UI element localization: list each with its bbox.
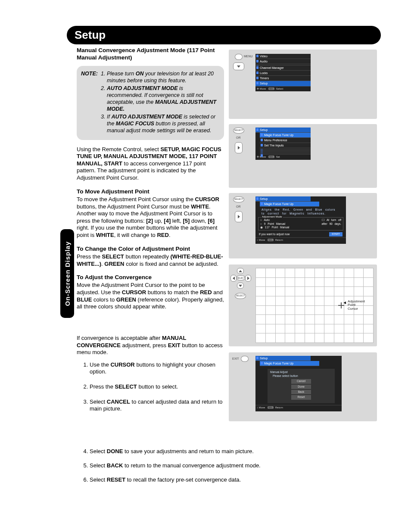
remote-up-button [237, 268, 244, 274]
subheading-move: To Move Adjustment Point [77, 188, 224, 195]
osd-mode-box: Adjustment Mode ○ Auto ☐ At turn off ○ 9… [258, 217, 343, 230]
panel-message: Please select button [273, 374, 332, 378]
panel-heading: Manual Adjust [270, 370, 332, 374]
section-heading: Manual Convergence Adjustment Mode (117 … [77, 47, 224, 62]
side-tab-text: On-Screen Display [64, 241, 71, 306]
osd-screenshot-1: MENU Video Audio Channel Manager Locks T… [229, 50, 377, 119]
osd-manual-adjust-panel: Setup Magic Focus Tune Up Manual Adjust … [255, 356, 342, 411]
note-item: If AUTO ADJUSTMENT MODE is selected or t… [107, 113, 219, 134]
osd-button: Cancel [291, 379, 311, 383]
osd-start-button: START [329, 232, 342, 236]
subheading-adjust: To Adjust the Convergence [77, 274, 224, 281]
step-item: Select RESET to recall the factory pre-s… [90, 476, 352, 483]
remote-exit-label: EXIT [232, 357, 239, 360]
side-tab: On-Screen Display [60, 229, 74, 318]
menu-item: Audio [255, 59, 311, 64]
osd-button: Reset [291, 395, 311, 399]
menu-item: Channel Manager [255, 65, 311, 71]
triangle-left-icon: ◀ [343, 301, 346, 305]
steps-list-top: Use the CURSOR buttons to highlight your… [77, 361, 224, 413]
step-item: Select BACK to return to the manual conv… [90, 462, 352, 469]
convergence-grid: ◀ Adjustment Point Cursor [255, 268, 374, 343]
osd-button: Back [291, 390, 311, 394]
note-item: AUTO ADJUSTMENT MODE is recommended. If … [107, 85, 219, 112]
osd-screenshot-5: EXIT Setup Magic Focus Tune Up Manual Ad… [229, 352, 377, 421]
menu-footer: ↕ Move SEL Return [255, 237, 346, 243]
note-label: NOTE: [81, 70, 98, 77]
osd-setup-title: Setup [255, 128, 311, 133]
remote-menu-label: MENU [244, 55, 253, 58]
osd-mode-label: Adjustment Mode [261, 215, 283, 219]
osd-button-panel: Manual Adjust Please select button Cance… [268, 369, 335, 403]
remote-down-button [237, 283, 244, 289]
osd-main-menu: Video Audio Channel Manager Locks Timers… [255, 54, 311, 91]
triangle-right-icon [238, 215, 240, 218]
menu-footer: ✥ Move SEL Set [255, 155, 311, 160]
remote-select-button: SELECT [236, 275, 246, 280]
menu-item: Video [255, 54, 311, 59]
menu-item-selected: Setup [255, 81, 311, 86]
menu-footer: ↕ Move SEL Return [255, 405, 342, 411]
osd-desc: to correct for Magnetic Influences. [262, 212, 343, 215]
menu-item: Menu Preference [260, 138, 311, 143]
remote-menu-button [235, 54, 243, 60]
osd-button: Done [291, 385, 311, 389]
triangle-right-icon [238, 146, 240, 149]
remote-exit-button [241, 356, 249, 362]
menu-item: Locks [255, 71, 311, 76]
remote-select-button: SELECT [235, 293, 246, 299]
menu-item: Timers [255, 76, 311, 81]
menu-footer: ✥ Move SEL Select [255, 87, 311, 92]
remote-right-button [245, 275, 251, 282]
osd-screenshot-4: SELECT SELECT ◀ Adjustment Point Cursor [229, 264, 377, 346]
note-box: NOTE: Please turn ON your television for… [77, 66, 224, 140]
cursor-callout: ◀ Adjustment Point Cursor [348, 300, 365, 311]
body-text-column: Manual Convergence Adjustment Mode (117 … [77, 47, 224, 420]
remote-left-button [230, 275, 237, 282]
step-item: Use the CURSOR buttons to highlight your… [90, 361, 224, 376]
osd-setup-menu: Setup Magic Focus Tune Up Menu Preferenc… [255, 128, 311, 160]
menu-item-selected: Magic Focus Tune Up [260, 133, 311, 138]
osd-prompt: If you want to adjust now [259, 233, 290, 236]
remote-or-label: OR [236, 136, 241, 139]
osd-title: Setup [255, 196, 311, 202]
remote-right-button [235, 142, 243, 153]
note-item: Please turn ON your television for at le… [107, 70, 219, 84]
paragraph-adjust: Move the Adjustment Point Cursor to the … [77, 282, 224, 311]
osd-subtitle: Magic Focus Tune Up [260, 202, 319, 207]
step-item: Select CANCEL to cancel adjusted data an… [90, 398, 224, 413]
paragraph-move: To move the Adjustment Point Cursor usin… [77, 196, 224, 239]
remote-select-button: SELECT [233, 196, 244, 202]
osd-desc: Aligns the Red, Green and Blue colors [262, 208, 343, 212]
osd-subtitle: Magic Focus Tune Up [260, 361, 319, 366]
menu-item [260, 153, 311, 155]
page-title-text: Setup [75, 28, 106, 41]
remote-or-label: OR [236, 205, 241, 208]
steps-list-wide: Select DONE to save your adjustments and… [77, 448, 352, 491]
intro-paragraph: Using the Remote Control, select SETUP, … [77, 146, 224, 182]
osd-screenshot-2: SELECT OR Setup Magic Focus Tune Up Menu… [229, 124, 377, 188]
osd-focus-panel: Setup Magic Focus Tune Up Aligns the Red… [255, 196, 346, 244]
note-list: Please turn ON your television for at le… [100, 70, 219, 134]
osd-screenshot-3: SELECT OR Setup Magic Focus Tune Up Alig… [229, 193, 377, 258]
paragraph-color: Press the SELECT button repeatedly (WHIT… [77, 253, 224, 268]
remote-right-button [235, 211, 243, 222]
paragraph-after: If convergence is acceptable after MANUA… [77, 335, 224, 356]
menu-item: Set The Inputs [260, 143, 311, 148]
triangle-down-icon [237, 65, 240, 68]
osd-title: Setup [255, 356, 311, 361]
subheading-color: To Change the Color of Adjustment Point [77, 245, 224, 252]
remote-down-button [233, 62, 244, 70]
remote-select-button: SELECT [233, 128, 244, 134]
step-item: Select DONE to save your adjustments and… [90, 448, 352, 454]
step-item: Press the SELECT button to select. [90, 383, 224, 391]
page-title-bar: Setup [67, 26, 381, 44]
